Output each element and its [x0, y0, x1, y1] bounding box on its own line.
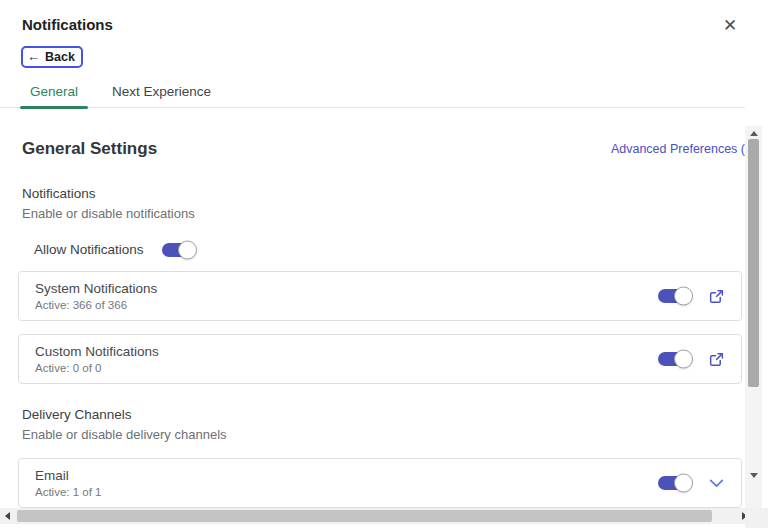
- allow-notifications-label: Allow Notifications: [34, 242, 144, 257]
- delivery-channels-section-label: Delivery Channels Enable or disable deli…: [22, 407, 723, 442]
- vertical-scrollbar[interactable]: [745, 126, 762, 508]
- email-card: Email Active: 1 of 1: [18, 458, 742, 508]
- card-title: Email: [35, 468, 101, 483]
- email-toggle[interactable]: [658, 476, 691, 490]
- card-text: Custom Notifications Active: 0 of 0: [35, 344, 159, 374]
- card-text: System Notifications Active: 366 of 366: [35, 281, 157, 311]
- page-title: General Settings: [22, 139, 157, 159]
- tab-general[interactable]: General: [20, 78, 88, 107]
- back-button-label: Back: [45, 50, 75, 64]
- scroll-down-icon[interactable]: [745, 468, 762, 482]
- card-actions: [658, 350, 725, 368]
- card-actions: [658, 474, 725, 492]
- notifications-section-title: Notifications: [22, 186, 723, 201]
- custom-notifications-toggle[interactable]: [658, 352, 691, 366]
- system-notifications-card: System Notifications Active: 366 of 366: [18, 271, 742, 321]
- dialog-title: Notifications: [22, 16, 746, 33]
- card-subtitle: Active: 1 of 1: [35, 486, 101, 498]
- scroll-left-icon[interactable]: [0, 508, 14, 524]
- notifications-section-label: Notifications Enable or disable notifica…: [22, 186, 723, 221]
- external-link-icon[interactable]: [707, 287, 725, 305]
- delivery-channels-description: Enable or disable delivery channels: [22, 427, 723, 442]
- scrollbar-corner: [745, 508, 768, 528]
- system-notifications-toggle[interactable]: [658, 289, 691, 303]
- delivery-channels-title: Delivery Channels: [22, 407, 723, 422]
- toggle-knob: [674, 474, 693, 493]
- close-icon[interactable]: ✕: [718, 14, 742, 38]
- dialog-header: Notifications: [0, 0, 768, 33]
- allow-notifications-row: Allow Notifications: [34, 242, 745, 257]
- tab-bar: General Next Experience: [0, 78, 745, 108]
- card-title: Custom Notifications: [35, 344, 159, 359]
- notifications-section-description: Enable or disable notifications: [22, 206, 723, 221]
- custom-notifications-card: Custom Notifications Active: 0 of 0: [18, 334, 742, 384]
- horizontal-scrollbar-thumb[interactable]: [17, 510, 712, 522]
- scroll-up-icon[interactable]: [745, 126, 762, 140]
- card-actions: [658, 287, 725, 305]
- toggle-knob: [674, 350, 693, 369]
- back-arrow-icon: ←: [27, 49, 40, 64]
- allow-notifications-toggle[interactable]: [162, 243, 195, 257]
- tab-next-experience[interactable]: Next Experience: [102, 78, 221, 107]
- horizontal-scrollbar[interactable]: [0, 508, 753, 524]
- card-subtitle: Active: 0 of 0: [35, 362, 159, 374]
- settings-header: General Settings Advanced Preferences (: [22, 139, 745, 159]
- toggle-knob: [674, 287, 693, 306]
- vertical-scrollbar-thumb[interactable]: [748, 139, 759, 387]
- external-link-icon[interactable]: [707, 350, 725, 368]
- advanced-preferences-link[interactable]: Advanced Preferences (: [611, 142, 745, 156]
- chevron-down-icon[interactable]: [707, 474, 725, 492]
- card-title: System Notifications: [35, 281, 157, 296]
- back-button[interactable]: ← Back: [21, 46, 83, 68]
- settings-scroll-area: General Settings Advanced Preferences ( …: [0, 126, 745, 508]
- card-subtitle: Active: 366 of 366: [35, 299, 157, 311]
- toggle-knob: [178, 240, 197, 259]
- card-text: Email Active: 1 of 1: [35, 468, 101, 498]
